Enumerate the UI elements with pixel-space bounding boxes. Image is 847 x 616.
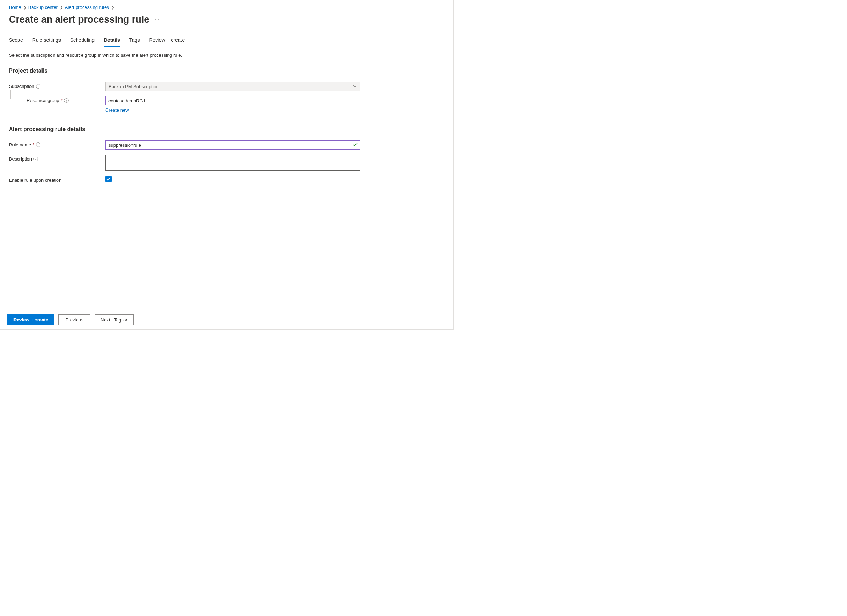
enable-rule-checkbox[interactable] xyxy=(105,176,112,182)
breadcrumb-backup-center[interactable]: Backup center xyxy=(28,4,58,10)
tab-details[interactable]: Details xyxy=(104,35,120,47)
info-icon[interactable]: i xyxy=(36,142,40,147)
resource-group-label: Resource group xyxy=(27,98,59,103)
required-indicator: * xyxy=(61,98,63,103)
info-icon[interactable]: i xyxy=(64,98,69,103)
info-icon[interactable]: i xyxy=(33,157,38,161)
tab-review-create[interactable]: Review + create xyxy=(149,35,184,47)
section-heading-rule-details: Alert processing rule details xyxy=(9,126,445,133)
chevron-right-icon: ❯ xyxy=(24,5,26,9)
required-indicator: * xyxy=(32,142,34,148)
page-title: Create an alert processing rule xyxy=(9,14,149,25)
tab-strip: Scope Rule settings Scheduling Details T… xyxy=(9,35,445,47)
next-button[interactable]: Next : Tags > xyxy=(94,315,134,325)
chevron-right-icon: ❯ xyxy=(60,5,63,9)
more-actions-icon[interactable]: ⋯ xyxy=(154,16,160,23)
description-input[interactable] xyxy=(105,155,360,171)
breadcrumb-home[interactable]: Home xyxy=(9,4,21,10)
review-create-button[interactable]: Review + create xyxy=(7,315,54,325)
subscription-label: Subscription xyxy=(9,84,34,89)
create-new-resource-group-link[interactable]: Create new xyxy=(105,107,128,113)
enable-rule-label: Enable rule upon creation xyxy=(9,177,61,183)
subscription-value: Backup PM Subscription xyxy=(108,84,159,89)
wizard-footer: Review + create Previous Next : Tags > xyxy=(0,310,453,329)
rule-name-input[interactable] xyxy=(105,140,360,149)
chevron-down-icon xyxy=(353,99,357,102)
resource-group-dropdown[interactable]: contosodemoRG1 xyxy=(105,96,360,105)
checkmark-icon xyxy=(353,142,357,148)
chevron-right-icon: ❯ xyxy=(111,5,114,9)
tab-tags[interactable]: Tags xyxy=(129,35,140,47)
tab-rule-settings[interactable]: Rule settings xyxy=(32,35,61,47)
description-label: Description xyxy=(9,156,32,162)
breadcrumb: Home ❯ Backup center ❯ Alert processing … xyxy=(9,4,445,12)
previous-button[interactable]: Previous xyxy=(59,315,90,325)
subscription-dropdown[interactable]: Backup PM Subscription xyxy=(105,82,360,91)
tab-description: Select the subscription and resource gro… xyxy=(9,52,445,58)
tab-scheduling[interactable]: Scheduling xyxy=(70,35,94,47)
resource-group-value: contosodemoRG1 xyxy=(108,98,146,103)
chevron-down-icon xyxy=(353,85,357,88)
info-icon[interactable]: i xyxy=(36,84,40,89)
rule-name-label: Rule name xyxy=(9,142,31,148)
breadcrumb-alert-processing-rules[interactable]: Alert processing rules xyxy=(65,4,109,10)
tree-connector-icon xyxy=(10,90,23,99)
tab-scope[interactable]: Scope xyxy=(9,35,23,47)
section-heading-project-details: Project details xyxy=(9,68,445,74)
